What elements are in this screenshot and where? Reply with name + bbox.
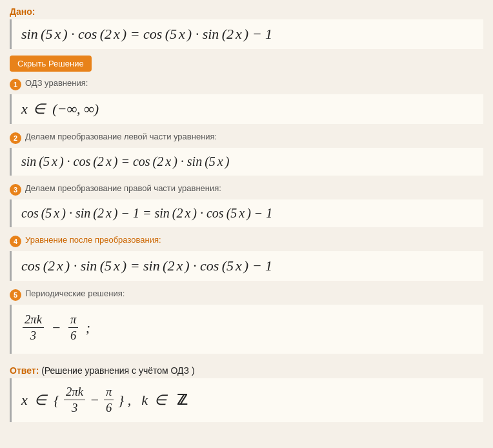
step-4-row: 4 Уравнение после преобразования: xyxy=(10,235,483,247)
step-1-formula: x ∈ (−∞, ∞) xyxy=(21,101,474,117)
step-1-badge: 1 xyxy=(10,79,21,90)
answer-formula-box: x ∈ { 2πk 3 − π 6 } , k ∈ ℤ xyxy=(10,378,483,422)
step-3-badge: 3 xyxy=(10,184,21,196)
step-4-formula: cos (2x) · sin (5x) = sin (2x) · cos (5x… xyxy=(21,258,474,274)
step-1-label: ОДЗ уравнения: xyxy=(25,78,88,88)
step-3-formula: cos (5x) · sin (2x) − 1 = sin (2x) · cos… xyxy=(21,206,474,221)
step-2-badge: 2 xyxy=(10,132,21,144)
step-3-label: Делаем преобразование правой части уравн… xyxy=(25,183,221,193)
step-4-label: Уравнение после преобразования: xyxy=(25,235,161,245)
step-2-label: Делаем преобразование левой части уравне… xyxy=(25,132,217,141)
step-5-row: 5 Периодические решения: xyxy=(10,289,483,301)
step-5-label: Периодические решения: xyxy=(25,289,125,298)
dado-label: Дано: xyxy=(10,6,483,17)
step-4-badge: 4 xyxy=(10,236,21,247)
step-5-formula-box: 2πk 3 − π 6 ; xyxy=(10,305,483,354)
answer-formula: x ∈ { 2πk 3 − π 6 } , k ∈ ℤ xyxy=(21,385,187,416)
step-1-formula-box: x ∈ (−∞, ∞) xyxy=(10,94,483,124)
answer-section: Ответ: (Решение уравнения с учётом ОДЗ )… xyxy=(10,361,483,422)
given-formula-box: sin (5x) · cos (2x) = cos (5x) · sin (2x… xyxy=(10,19,483,49)
step-2-formula-box: sin (5x) · cos (2x) = cos (2x) · sin (5x… xyxy=(10,148,483,176)
step-4-formula-box: cos (2x) · sin (5x) = sin (2x) · cos (5x… xyxy=(10,251,483,281)
step-2-row: 2 Делаем преобразование левой части урав… xyxy=(10,132,483,144)
answer-label-bold: Ответ: xyxy=(10,365,39,376)
answer-label-row: Ответ: (Решение уравнения с учётом ОДЗ ) xyxy=(10,365,483,376)
given-formula: sin (5x) · cos (2x) = cos (5x) · sin (2x… xyxy=(21,26,474,43)
step-2-formula: sin (5x) · cos (2x) = cos (2x) · sin (5x… xyxy=(21,154,474,169)
step-3-formula-box: cos (5x) · sin (2x) − 1 = sin (2x) · cos… xyxy=(10,199,483,227)
step-3-row: 3 Делаем преобразование правой части ура… xyxy=(10,183,483,196)
step-1-row: 1 ОДЗ уравнения: xyxy=(10,78,483,90)
step-5-badge: 5 xyxy=(10,289,21,301)
answer-label-rest: (Решение уравнения с учётом ОДЗ ) xyxy=(39,365,194,376)
hide-solution-button[interactable]: Скрыть Решение xyxy=(10,56,92,72)
step-5-formula: 2πk 3 − π 6 ; xyxy=(21,312,90,343)
